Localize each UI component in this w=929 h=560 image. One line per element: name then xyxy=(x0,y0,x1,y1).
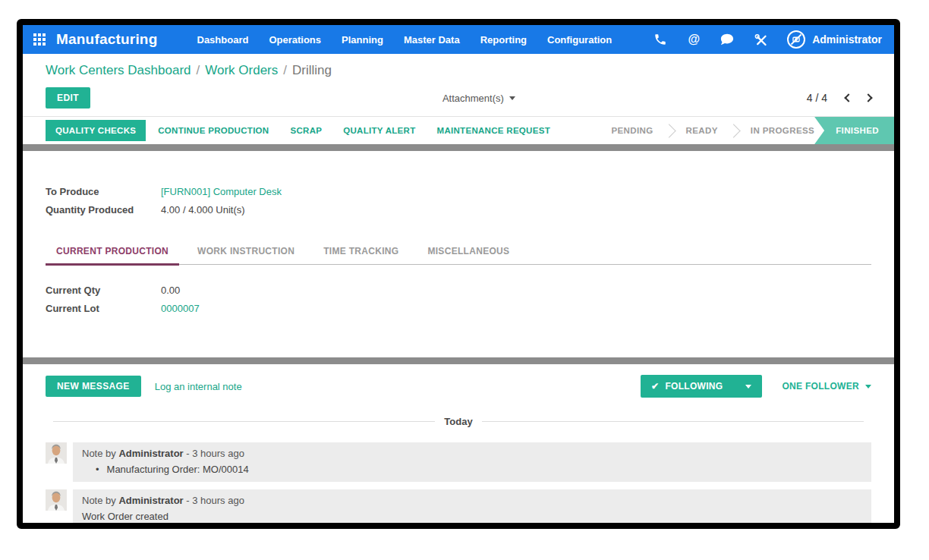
check-icon: ✔ xyxy=(651,381,659,392)
message-author: Administrator xyxy=(118,448,183,459)
field-current-lot: Current Lot 0000007 xyxy=(46,303,871,314)
breadcrumb-current: Drilling xyxy=(292,63,332,77)
field-quantity-produced: Quantity Produced 4.00 / 4.000 Unit(s) xyxy=(46,204,871,216)
to-produce-link[interactable]: [FURN001] Computer Desk xyxy=(161,186,282,197)
pager-value: 4 / 4 xyxy=(807,92,827,104)
stage-ready[interactable]: READY xyxy=(686,126,718,135)
date-divider-label: Today xyxy=(444,416,472,427)
message-time: - 3 hours ago xyxy=(184,495,244,506)
chevron-right-icon xyxy=(726,124,740,137)
control-panel-actions: EDIT Attachment(s) 4 / 4 xyxy=(46,87,871,109)
message-bubble: Note by Administrator - 3 hours ago Manu… xyxy=(73,442,871,482)
chatter: NEW MESSAGE Log an internal note ✔ FOLLO… xyxy=(23,364,894,529)
stage-pipeline: PENDING READY IN PROGRESS FINISHED xyxy=(611,117,894,144)
quality-checks-button[interactable]: QUALITY CHECKS xyxy=(46,120,146,141)
phone-icon[interactable] xyxy=(653,32,668,47)
message-time: - 3 hours ago xyxy=(184,448,244,459)
tab-current-production[interactable]: CURRENT PRODUCTION xyxy=(46,240,179,266)
caret-down-icon xyxy=(509,96,515,100)
message-item: Note by Administrator - 3 hours ago Work… xyxy=(46,489,871,529)
separator-bar xyxy=(23,144,894,151)
current-lot-link[interactable]: 0000007 xyxy=(161,303,200,314)
notebook-tabs: CURRENT PRODUCTION WORK INSTRUCTION TIME… xyxy=(46,240,871,265)
nav-menu-planning[interactable]: Planning xyxy=(342,34,383,46)
pager-previous-icon[interactable] xyxy=(844,93,852,102)
tools-icon[interactable] xyxy=(753,32,768,47)
field-current-qty: Current Qty 0.00 xyxy=(46,285,871,296)
message-header: Note by Administrator - 3 hours ago xyxy=(82,445,862,461)
breadcrumb: Work Centers Dashboard/Work Orders/Drill… xyxy=(46,63,871,78)
message-bubble: Note by Administrator - 3 hours ago Work… xyxy=(73,489,871,529)
message-body: Manufacturing Order: MO/00014 xyxy=(82,461,862,477)
new-message-button[interactable]: NEW MESSAGE xyxy=(46,376,141,397)
following-button[interactable]: ✔ FOLLOWING xyxy=(641,375,762,398)
record-pager: 4 / 4 xyxy=(807,92,871,104)
stage-pending[interactable]: PENDING xyxy=(611,126,653,135)
stage-finished[interactable]: FINISHED xyxy=(814,117,894,144)
form-sheet: To Produce [FURN001] Computer Desk Quant… xyxy=(23,151,894,357)
caret-down-icon xyxy=(865,385,871,389)
user-avatar-icon xyxy=(786,30,806,49)
control-panel: Work Centers Dashboard/Work Orders/Drill… xyxy=(23,54,894,116)
at-icon[interactable]: @ xyxy=(686,32,701,47)
separator-bar xyxy=(23,357,894,364)
scrap-button[interactable]: SCRAP xyxy=(281,121,331,140)
quality-alert-button[interactable]: QUALITY ALERT xyxy=(334,121,424,140)
chatter-toolbar: NEW MESSAGE Log an internal note ✔ FOLLO… xyxy=(46,375,871,398)
tab-content: Current Qty 0.00 Current Lot 0000007 xyxy=(46,265,871,357)
chevron-right-icon xyxy=(662,124,675,137)
navbar-right: @ xyxy=(653,30,882,49)
avatar xyxy=(46,442,67,464)
breadcrumb-work-orders[interactable]: Work Orders xyxy=(205,63,278,77)
message-item: Note by Administrator - 3 hours ago Manu… xyxy=(46,442,871,482)
one-follower-dropdown[interactable]: ONE FOLLOWER xyxy=(782,381,871,392)
tab-work-instruction[interactable]: WORK INSTRUCTION xyxy=(187,240,305,264)
log-internal-note-link[interactable]: Log an internal note xyxy=(155,381,242,392)
statusbar-buttons: QUALITY CHECKS CONTINUE PRODUCTION SCRAP… xyxy=(23,117,559,144)
stage-in-progress[interactable]: IN PROGRESS xyxy=(751,126,814,135)
navbar-menus: Dashboard Operations Planning Master Dat… xyxy=(197,34,613,46)
nav-menu-operations[interactable]: Operations xyxy=(269,34,321,46)
user-menu[interactable]: Administrator xyxy=(786,30,882,49)
app-title: Manufacturing xyxy=(56,31,158,48)
date-divider: Today xyxy=(53,416,864,427)
nav-menu-reporting[interactable]: Reporting xyxy=(480,34,527,46)
message-author: Administrator xyxy=(118,495,183,506)
avatar xyxy=(46,489,67,511)
app-window: Manufacturing Dashboard Operations Plann… xyxy=(17,19,900,529)
caret-down-icon xyxy=(745,385,751,389)
tab-time-tracking[interactable]: TIME TRACKING xyxy=(313,240,409,264)
breadcrumb-work-centers-dashboard[interactable]: Work Centers Dashboard xyxy=(46,63,191,77)
user-name: Administrator xyxy=(812,33,882,46)
field-to-produce: To Produce [FURN001] Computer Desk xyxy=(46,186,871,197)
message-body: Work Order created xyxy=(82,508,862,524)
statusbar: QUALITY CHECKS CONTINUE PRODUCTION SCRAP… xyxy=(23,116,894,144)
edit-button[interactable]: EDIT xyxy=(46,87,90,109)
continue-production-button[interactable]: CONTINUE PRODUCTION xyxy=(149,121,278,140)
pager-next-icon[interactable] xyxy=(864,93,872,102)
nav-menu-dashboard[interactable]: Dashboard xyxy=(197,34,249,46)
top-navbar: Manufacturing Dashboard Operations Plann… xyxy=(23,25,894,54)
maintenance-request-button[interactable]: MAINTENANCE REQUEST xyxy=(428,121,559,140)
apps-grid-icon[interactable] xyxy=(33,33,46,46)
attachments-dropdown[interactable]: Attachment(s) xyxy=(442,93,515,104)
nav-menu-master-data[interactable]: Master Data xyxy=(404,34,460,46)
message-header: Note by Administrator - 3 hours ago xyxy=(82,492,862,508)
chat-bubble-icon[interactable] xyxy=(720,32,735,47)
nav-menu-configuration[interactable]: Configuration xyxy=(547,34,612,46)
tab-miscellaneous[interactable]: MISCELLANEOUS xyxy=(417,240,520,264)
